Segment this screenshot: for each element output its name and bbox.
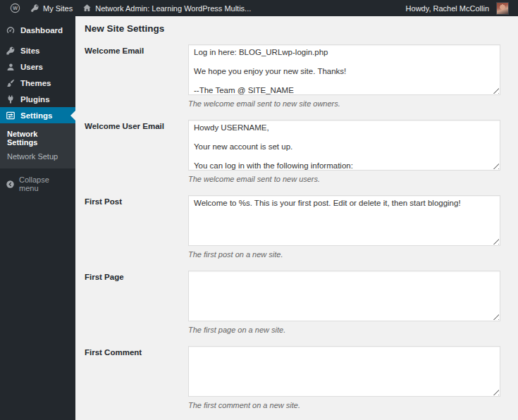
screen: W My Sites Network Admin: Lear xyxy=(0,0,518,420)
sidebar-item-plugins[interactable]: Plugins xyxy=(0,91,75,107)
current-site-menu[interactable]: Network Admin: Learning WordPress Multis… xyxy=(78,0,256,16)
field-label: First Comment xyxy=(85,346,188,410)
field-label: Welcome Email xyxy=(85,44,188,109)
field-label: First Page xyxy=(85,271,188,335)
field-label: Welcome User Email xyxy=(85,120,188,184)
settings-sliders-icon xyxy=(6,111,16,121)
submenu-item-network-setup[interactable]: Network Setup xyxy=(0,149,75,163)
welcome-user-email-textarea[interactable]: Howdy USERNAME, Your new account is set … xyxy=(188,120,500,171)
first-page-textarea[interactable] xyxy=(188,271,500,321)
sidebar-item-label: Plugins xyxy=(20,95,50,104)
my-sites-label: My Sites xyxy=(43,4,73,13)
admin-bar-right: Howdy, Rachel McCollin xyxy=(401,0,513,16)
admin-menu: Dashboard Sites Users xyxy=(0,16,75,420)
sidebar-item-label: Themes xyxy=(20,79,51,87)
page-title: New Site Settings xyxy=(85,23,500,35)
sidebar-item-label: Dashboard xyxy=(20,26,63,35)
form-row-first-post: First Post Welcome to %s. This is your f… xyxy=(85,195,500,259)
field-area: Welcome to %s. This is your first post. … xyxy=(188,195,500,259)
form-row-first-comment: First Comment The first comment on a new… xyxy=(85,346,500,410)
sites-key-icon xyxy=(6,46,16,56)
current-site-label: Network Admin: Learning WordPress Multis… xyxy=(95,4,251,13)
field-help-text: The first comment on a new site. xyxy=(188,401,500,410)
sidebar-item-settings[interactable]: Settings xyxy=(0,107,75,123)
sidebar-item-label: Sites xyxy=(20,47,40,55)
field-label: First Post xyxy=(85,195,188,259)
first-comment-textarea[interactable] xyxy=(188,346,500,397)
field-area: Log in here: BLOG_URLwp-login.php We hop… xyxy=(188,44,500,109)
svg-text:W: W xyxy=(13,6,18,11)
sidebar-item-label: Users xyxy=(20,63,43,71)
current-menu-arrow-icon xyxy=(70,111,75,121)
sidebar-item-themes[interactable]: Themes xyxy=(0,75,75,91)
form-row-first-page: First Page The first page on a new site. xyxy=(85,271,500,335)
my-sites-menu[interactable]: My Sites xyxy=(25,0,78,16)
network-key-icon xyxy=(30,4,39,13)
sidebar-item-sites[interactable]: Sites xyxy=(0,42,75,58)
plugins-plug-icon xyxy=(6,94,16,104)
home-icon xyxy=(82,4,92,13)
users-icon xyxy=(6,62,16,72)
account-menu[interactable]: Howdy, Rachel McCollin xyxy=(401,0,513,16)
sidebar-item-label: Settings xyxy=(20,111,52,120)
field-area: Howdy USERNAME, Your new account is set … xyxy=(188,120,500,184)
dashboard-gauge-icon xyxy=(6,25,16,35)
submenu-item-network-settings[interactable]: Network Settings xyxy=(0,127,75,149)
howdy-label: Howdy, Rachel McCollin xyxy=(406,4,489,13)
themes-brush-icon xyxy=(6,78,16,88)
form-row-welcome-email: Welcome Email Log in here: BLOG_URLwp-lo… xyxy=(85,44,500,109)
admin-bar-left: W My Sites Network Admin: Lear xyxy=(5,0,256,16)
admin-bar: W My Sites Network Admin: Lear xyxy=(0,0,518,16)
field-area: The first page on a new site. xyxy=(188,271,500,335)
main-content: New Site Settings Welcome Email Log in h… xyxy=(75,16,518,420)
sidebar-item-dashboard[interactable]: Dashboard xyxy=(0,22,75,38)
field-help-text: The welcome email sent to new users. xyxy=(188,175,500,184)
collapse-arrow-icon xyxy=(6,180,15,189)
collapse-menu-button[interactable]: Collapse menu xyxy=(0,173,75,195)
field-help-text: The first post on a new site. xyxy=(188,250,500,259)
welcome-email-textarea[interactable]: Log in here: BLOG_URLwp-login.php We hop… xyxy=(188,44,500,95)
first-post-textarea[interactable]: Welcome to %s. This is your first post. … xyxy=(188,195,500,246)
field-help-text: The first page on a new site. xyxy=(188,326,500,335)
wordpress-logo-icon: W xyxy=(10,3,20,13)
wp-logo-button[interactable]: W xyxy=(5,0,25,16)
settings-submenu: Network Settings Network Setup xyxy=(0,123,75,168)
field-area: The first comment on a new site. xyxy=(188,346,500,410)
field-help-text: The welcome email sent to new site owner… xyxy=(188,99,500,109)
form-row-welcome-user-email: Welcome User Email Howdy USERNAME, Your … xyxy=(85,120,500,184)
avatar xyxy=(497,3,508,14)
sidebar-item-users[interactable]: Users xyxy=(0,58,75,75)
collapse-menu-label: Collapse menu xyxy=(19,175,70,192)
